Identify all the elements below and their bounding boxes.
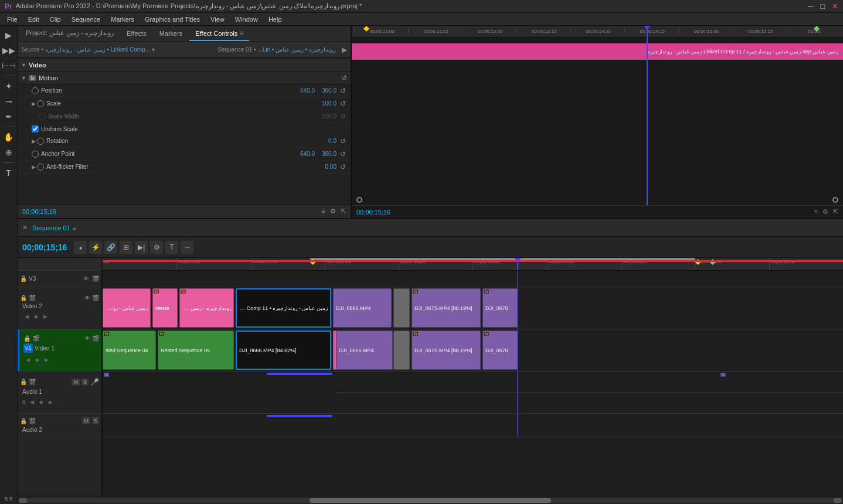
anchor-stopwatch[interactable] (32, 151, 39, 158)
v2-clip-2[interactable]: fx Neste (152, 288, 178, 328)
zoom-tool[interactable]: ⊕ (2, 145, 16, 159)
settings-btn-source[interactable]: ⚙ (822, 208, 828, 216)
menu-edit[interactable]: Edit (23, 15, 44, 24)
add-marker-btn[interactable]: ⬥ (74, 241, 87, 254)
pink-source-clip[interactable]: زمین عباس.aep زمین عباس - روندارچیره / L… (352, 43, 843, 60)
v2-clip-8[interactable]: fx DJI_0676 (482, 288, 518, 328)
filter-icon[interactable]: ≡ (322, 207, 325, 215)
titlebar-controls[interactable]: ─ □ ✕ (808, 2, 838, 11)
maximize-button[interactable]: □ (820, 2, 825, 11)
scroll-track[interactable] (27, 498, 834, 503)
a1-film[interactable]: 🎬 (29, 379, 36, 385)
motion-chevron[interactable]: ▼ (21, 75, 26, 81)
sequence-tab[interactable]: Sequence 01 ≡ (32, 224, 76, 231)
menu-file[interactable]: File (2, 15, 22, 24)
settings-icon[interactable]: ⚙ (330, 207, 336, 215)
a1-lock[interactable]: 🔒 (20, 379, 27, 385)
position-reset[interactable]: ↺ (340, 87, 346, 95)
v2-sub-btn2[interactable]: ◆ (32, 312, 40, 321)
motion-reset[interactable]: ↺ (341, 74, 347, 82)
source-value[interactable]: زمین عباس - روندارچیره • Linked Comp... (45, 46, 150, 53)
v3-film[interactable]: 🎬 (92, 275, 99, 282)
sequence-menu-icon[interactable]: ≡ (73, 224, 76, 231)
a1-mute[interactable]: M (72, 379, 80, 386)
track-lane-a1[interactable]: fx (103, 372, 843, 414)
expand-btn-source[interactable]: ⇱ (833, 208, 838, 216)
anchor-reset[interactable]: ↺ (340, 150, 346, 158)
v2-clip-1[interactable]: زمین عباس - روندارچیره.aep (103, 288, 151, 328)
v2-clip-6[interactable] (393, 288, 410, 328)
scale-stopwatch[interactable] (37, 100, 44, 107)
nudge-btn[interactable]: T (165, 241, 178, 254)
pen-tool[interactable]: ✒ (2, 110, 16, 124)
a2-mute[interactable]: M (82, 417, 90, 424)
rotation-chevron[interactable]: ▶ (32, 138, 36, 144)
menu-window[interactable]: Window (230, 15, 263, 24)
anti-flicker-reset[interactable]: ↺ (340, 163, 346, 171)
hand-tool[interactable]: ✋ (2, 130, 16, 144)
v2-film2[interactable]: 🎬 (92, 295, 99, 301)
position-stopwatch[interactable] (32, 87, 39, 94)
v2-clip-5[interactable]: DJI_0666.MP4 (333, 288, 392, 328)
v2-clip-7[interactable]: fx DJI_067S.MP4 [88.19%] (412, 288, 481, 328)
timeline-timecode[interactable]: 00;00;15;16 (22, 243, 67, 252)
scroll-thumb[interactable] (310, 498, 552, 503)
insert-btn[interactable]: → (181, 241, 193, 254)
track-select-fwd-btn[interactable]: ▶| (135, 241, 148, 254)
v1-clip-3[interactable]: DJI_0666.MP4 [84.62%] (236, 331, 331, 370)
menu-sequence[interactable]: Sequence (67, 15, 106, 24)
v2-clip-4[interactable]: زمین عباس - روندارچیره • Linked Comp 11 … (236, 288, 331, 328)
position-x[interactable]: 640.0 (300, 87, 315, 94)
v1-clip-8[interactable]: fx DJI_0676 (482, 331, 518, 370)
v2-lock[interactable]: 🔒 (20, 295, 27, 301)
timeline-ruler[interactable]: 00 00;00;8;00 00;00;10;00 00;00;12;00 00… (103, 258, 843, 271)
scale-chevron[interactable]: ▶ (32, 101, 36, 107)
scale-value[interactable]: 100.0 (322, 100, 336, 107)
scale-width-reset[interactable]: ↺ (340, 113, 346, 121)
a1-sub-btn1[interactable]: ◀ (28, 398, 36, 406)
panel-menu-icon[interactable]: ≡ (239, 29, 243, 38)
expand-icon[interactable]: ⇱ (341, 207, 346, 215)
text-tool[interactable]: T (2, 166, 16, 180)
v3-eye[interactable]: 👁 (83, 275, 89, 282)
close-sequence-icon[interactable]: ✕ (22, 224, 28, 231)
menu-graphics[interactable]: Graphics and Titles (140, 15, 205, 24)
tab-effect-controls[interactable]: Effect Controls ≡ (189, 27, 249, 41)
v1-clip-2[interactable]: fx Nested Sequence 05 (158, 331, 234, 370)
v3-lock[interactable]: 🔒 (20, 275, 27, 282)
scale-reset[interactable]: ↺ (340, 100, 346, 108)
v2-clip-3[interactable]: fx روندارچیره - زمین عباس • Linked C (179, 288, 234, 328)
a1-record[interactable]: 🎤 (90, 378, 99, 386)
anchor-x[interactable]: 640.0 (300, 151, 315, 157)
a2-solo[interactable]: S (92, 417, 99, 424)
track-lane-v1[interactable]: fx sted Sequence 04 fx Nested Sequence 0… (103, 329, 843, 372)
tab-effects[interactable]: Effects (121, 28, 152, 40)
uniform-scale-checkbox[interactable] (32, 125, 39, 132)
add-track-btn[interactable]: ⊞ (120, 241, 132, 254)
v1-film1[interactable]: 🎬 (32, 335, 39, 342)
razor-tool[interactable]: ✦ (2, 79, 16, 93)
settings-btn[interactable]: ⚙ (150, 241, 163, 254)
v1-film2[interactable]: 🎬 (92, 335, 99, 342)
track-lane-a2[interactable] (103, 414, 843, 437)
menu-view[interactable]: View (206, 15, 229, 24)
v1-clip-6[interactable] (393, 331, 410, 370)
fx-navigate-icon[interactable]: ▶ (342, 46, 347, 54)
a1-sub-btn3[interactable]: ▶ (47, 398, 55, 406)
v1-sub-btn2[interactable]: ◆ (33, 356, 41, 364)
close-button[interactable]: ✕ (832, 2, 838, 11)
anti-flicker-value[interactable]: 0.00 (325, 164, 336, 170)
a1-selected-clip[interactable] (267, 373, 332, 375)
minimize-button[interactable]: ─ (808, 2, 813, 11)
v2-eye[interactable]: 👁 (84, 295, 90, 301)
menu-markers[interactable]: Markers (106, 15, 139, 24)
a2-lock[interactable]: 🔒 (20, 418, 27, 424)
menu-clip[interactable]: Clip (45, 15, 66, 24)
slip-tool[interactable]: ⊸ (2, 94, 16, 108)
a2-film[interactable]: 🎬 (29, 418, 36, 424)
timeline-scrollbar[interactable] (18, 496, 843, 504)
video-chevron[interactable]: ▼ (21, 62, 26, 68)
anti-flicker-stopwatch[interactable] (37, 164, 44, 171)
v1-sub-btn3[interactable]: ▶ (42, 356, 50, 364)
anti-flicker-chevron[interactable]: ▶ (32, 164, 36, 170)
